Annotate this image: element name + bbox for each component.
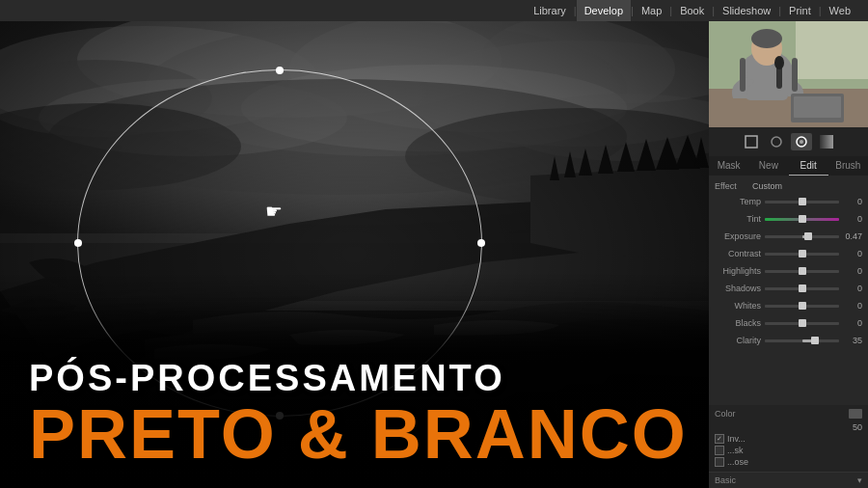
slider-row-exposure: Exposure 0.47: [709, 228, 868, 245]
svg-point-26: [751, 29, 782, 48]
tool-circle[interactable]: [766, 133, 787, 150]
color-value: 50: [853, 422, 862, 432]
exposure-label: Exposure: [715, 231, 765, 241]
panel-tabs: Mask New Edit Brush: [709, 156, 868, 176]
basic-arrow[interactable]: ▾: [857, 475, 862, 485]
menu-bar: Library | Develop | Map | Book | Slidesh…: [0, 0, 868, 21]
blacks-value: 0: [839, 318, 862, 328]
color-value-row: 50: [715, 421, 862, 433]
checkbox-mask[interactable]: ...sk: [715, 445, 862, 456]
svg-point-35: [772, 137, 781, 147]
contrast-value: 0: [839, 249, 862, 258]
highlights-label: Highlights: [715, 266, 765, 276]
blacks-slider[interactable]: [765, 322, 839, 325]
slider-row-contrast: Contrast 0: [709, 245, 868, 262]
tint-slider[interactable]: [765, 218, 839, 221]
highlights-slider[interactable]: [765, 270, 839, 273]
mask-checkbox[interactable]: [715, 446, 724, 455]
slider-row-shadows: Shadows 0: [709, 280, 868, 297]
svg-rect-31: [794, 96, 841, 118]
close-label: ...ose: [727, 457, 748, 467]
checkbox-invert[interactable]: ✓ Inv...: [715, 433, 862, 445]
menu-map[interactable]: Map: [634, 0, 669, 21]
contrast-label: Contrast: [715, 249, 765, 258]
shadows-slider[interactable]: [765, 287, 839, 290]
color-icon[interactable]: [849, 409, 862, 419]
basic-section-label: Basic ▾: [709, 472, 868, 488]
svg-rect-33: [792, 58, 798, 92]
mask-label: ...sk: [727, 446, 744, 455]
panel-content: Effect Custom Temp 0 Tint 0 Exposure: [709, 176, 868, 405]
slider-row-highlights: Highlights 0: [709, 262, 868, 280]
clarity-label: Clarity: [715, 336, 765, 345]
effect-value: Custom: [752, 181, 782, 191]
subtitle-text: PÓS-PROCESSAMENTO: [29, 359, 709, 399]
temp-value: 0: [839, 197, 862, 206]
menu-slideshow[interactable]: Slideshow: [715, 0, 778, 21]
tab-brush[interactable]: Brush: [828, 156, 868, 176]
svg-rect-34: [746, 136, 757, 148]
clarity-slider[interactable]: [765, 339, 839, 342]
shadows-value: 0: [839, 284, 862, 293]
main-photo-area: ☛ PÓS-PROCESSAMENTO PRETO & BRANCO: [0, 21, 709, 488]
tint-label: Tint: [715, 214, 765, 224]
tab-new[interactable]: New: [748, 156, 788, 176]
menu-web[interactable]: Web: [822, 0, 858, 21]
color-section: Color 50 ✓ Inv... ...sk ...ose: [709, 405, 868, 472]
main-title-text: PRETO & BRANCO: [29, 399, 709, 469]
exposure-value: 0.47: [839, 231, 862, 241]
highlights-value: 0: [839, 266, 862, 276]
right-panel: Mask New Edit Brush Effect Custom Temp 0…: [709, 21, 868, 488]
tools-row: [709, 127, 868, 156]
tool-radial[interactable]: [791, 133, 812, 150]
slider-row-blacks: Blacks 0: [709, 314, 868, 332]
menu-book[interactable]: Book: [672, 0, 712, 21]
slider-row-whites: Whites 0: [709, 297, 868, 314]
menu-develop[interactable]: Develop: [577, 0, 631, 21]
webcam-preview: [709, 21, 868, 127]
whites-label: Whites: [715, 301, 765, 311]
basic-text: Basic: [715, 475, 736, 485]
tint-value: 0: [839, 214, 862, 224]
effect-row: Effect Custom: [709, 179, 868, 193]
color-label: Color: [715, 409, 736, 419]
exposure-slider[interactable]: [765, 235, 839, 238]
shadows-label: Shadows: [715, 284, 765, 293]
slider-row-tint: Tint 0: [709, 210, 868, 228]
tab-mask[interactable]: Mask: [709, 156, 748, 176]
svg-rect-38: [820, 135, 833, 149]
tab-edit[interactable]: Edit: [789, 156, 828, 176]
menu-print[interactable]: Print: [781, 0, 819, 21]
invert-label: Inv...: [727, 434, 746, 444]
invert-checkbox[interactable]: ✓: [715, 434, 724, 444]
whites-value: 0: [839, 301, 862, 311]
contrast-slider[interactable]: [765, 253, 839, 256]
temp-slider[interactable]: [765, 201, 839, 203]
tool-gradient[interactable]: [816, 133, 837, 150]
svg-rect-32: [740, 58, 746, 92]
svg-point-37: [800, 140, 803, 144]
tool-crop[interactable]: [741, 133, 762, 150]
blacks-label: Blacks: [715, 318, 765, 328]
menu-library[interactable]: Library: [526, 0, 574, 21]
effect-label: Effect: [715, 181, 748, 191]
slider-row-clarity: Clarity 35: [709, 332, 868, 349]
text-overlay: PÓS-PROCESSAMENTO PRETO & BRANCO: [0, 295, 709, 488]
whites-slider[interactable]: [765, 305, 839, 308]
close-checkbox[interactable]: [715, 457, 724, 467]
temp-label: Temp: [715, 197, 765, 206]
color-header: Color: [715, 409, 862, 419]
checkbox-close[interactable]: ...ose: [715, 456, 862, 468]
slider-row-temp: Temp 0: [709, 193, 868, 210]
svg-rect-22: [796, 21, 868, 79]
svg-point-29: [774, 56, 784, 69]
clarity-value: 35: [839, 336, 862, 345]
